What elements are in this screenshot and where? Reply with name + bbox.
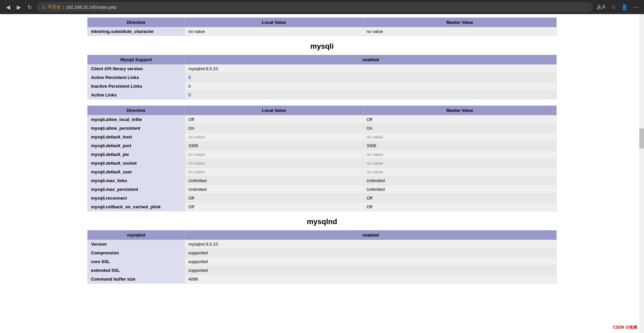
lang-button[interactable]: あA xyxy=(595,2,607,12)
local-value-col-header: Local Value xyxy=(185,18,363,27)
page-content: Directive Local Value Master Value mbstr… xyxy=(0,14,644,333)
table-row: Active Persistent Links0 xyxy=(88,73,557,82)
csdn-watermark: CSDN @拓斌 xyxy=(613,325,637,330)
row-value: supported xyxy=(185,257,557,266)
row-label: Inactive Persistent Links xyxy=(88,82,185,91)
master-value-cell: no value xyxy=(363,27,556,36)
directive-cell: mysqli.default_user xyxy=(88,168,185,176)
profile-button[interactable]: 👤 xyxy=(620,3,629,12)
row-label: Compression xyxy=(88,249,185,257)
directive-cell: mysqli.default_pw xyxy=(88,150,185,159)
row-value: mysqlnd 8.0.10 xyxy=(185,65,557,73)
local-value-cell: Off xyxy=(185,115,363,124)
master-value-cell: Off xyxy=(363,115,556,124)
master-value-cell: Unlimited xyxy=(363,185,556,194)
mysqlnd-col1: mysqlnd xyxy=(88,231,185,240)
row-label: Client API library version xyxy=(88,65,185,73)
address-bar[interactable]: ⚠ 不安全 | 192.168.25.145/index.php xyxy=(37,2,593,12)
local-value-cell: On xyxy=(185,124,363,133)
address-separator: | xyxy=(63,5,64,10)
master-value-cell: no value xyxy=(363,133,556,141)
mysqli-support-table: Mysqli Support enabled Client API librar… xyxy=(87,55,557,99)
table-row: mbstring.substitute_character no value n… xyxy=(88,27,557,36)
table-row: Compressionsupported xyxy=(88,249,557,257)
row-value: 0 xyxy=(185,82,557,91)
master-value-cell: no value xyxy=(363,168,556,176)
table-row: mysqli.max_persistentUnlimitedUnlimited xyxy=(88,185,557,194)
master-value-cell: 3306 xyxy=(363,141,556,150)
local-value-cell: no value xyxy=(185,168,363,176)
table-row: Client API library versionmysqlnd 8.0.10 xyxy=(88,65,557,73)
master-value-cell: no value xyxy=(363,159,556,168)
directive-cell: mbstring.substitute_character xyxy=(88,27,185,36)
reload-button[interactable]: ↻ xyxy=(26,3,34,12)
row-label: Active Persistent Links xyxy=(88,73,185,82)
master-value-cell: Off xyxy=(363,194,556,203)
mysqlnd-col2: enabled xyxy=(185,231,557,240)
directive-cell: mysqli.reconnect xyxy=(88,194,185,203)
directive-cell: mysqli.max_persistent xyxy=(88,185,185,194)
table-row: mysqli.reconnectOffOff xyxy=(88,194,557,203)
local-value-cell: Unlimited xyxy=(185,176,363,185)
directive-cell: mysqli.rollback_on_cached_plink xyxy=(88,203,185,211)
table-row: mysqli.allow_local_infileOffOff xyxy=(88,115,557,124)
table-row: Command buffer size4096 xyxy=(88,275,557,284)
table-row: core SSLsupported xyxy=(88,257,557,266)
directive-cell: mysqli.default_host xyxy=(88,133,185,141)
master-value-col-header: Master Value xyxy=(363,18,556,27)
local-value-cell: Off xyxy=(185,203,363,211)
row-value: mysqlnd 8.0.10 xyxy=(185,240,557,249)
local-value-cell: Unlimited xyxy=(185,185,363,194)
table-row: mysqli.default_userno valueno value xyxy=(88,168,557,176)
local-value-cell: Off xyxy=(185,194,363,203)
menu-button[interactable]: ⋯ xyxy=(632,3,640,12)
security-warning-icon: ⚠ xyxy=(41,4,46,10)
local-value-cell: no value xyxy=(185,27,363,36)
mysqlnd-support-table: mysqlnd enabled Versionmysqlnd 8.0.10Com… xyxy=(87,230,557,284)
forward-button[interactable]: ▶ xyxy=(15,3,23,12)
local-val-col: Local Value xyxy=(185,106,363,115)
table-row: Versionmysqlnd 8.0.10 xyxy=(88,240,557,249)
table-row: Active Links0 xyxy=(88,91,557,99)
table-row: mysqli.default_pwno valueno value xyxy=(88,150,557,159)
directive-cell: mysqli.max_links xyxy=(88,176,185,185)
master-value-cell: Unlimited xyxy=(363,176,556,185)
mysqli-heading: mysqli xyxy=(87,42,557,51)
local-value-cell: no value xyxy=(185,133,363,141)
favorites-button[interactable]: ☆ xyxy=(610,3,617,12)
local-value-cell: no value xyxy=(185,150,363,159)
browser-chrome: ◀ ▶ ↻ ⚠ 不安全 | 192.168.25.145/index.php あ… xyxy=(0,0,644,14)
directive-cell: mysqli.allow_local_infile xyxy=(88,115,185,124)
directive-cell: mysqli.default_socket xyxy=(88,159,185,168)
table-row: extended SSLsupported xyxy=(88,266,557,275)
local-value-cell: no value xyxy=(185,159,363,168)
master-value-cell: On xyxy=(363,124,556,133)
local-value-cell: 3306 xyxy=(185,141,363,150)
directive-col-header: Directive xyxy=(88,18,185,27)
mysqli-support-col1: Mysqli Support xyxy=(88,55,185,65)
url-text: 192.168.25.145/index.php xyxy=(66,5,116,10)
table-row: mysqli.allow_persistentOnOn xyxy=(88,124,557,133)
row-label: Version xyxy=(88,240,185,249)
master-value-cell: Off xyxy=(363,203,556,211)
table-row: mysqli.rollback_on_cached_plinkOffOff xyxy=(88,203,557,211)
directive-cell: mysqli.allow_persistent xyxy=(88,124,185,133)
directive-cell: mysqli.default_port xyxy=(88,141,185,150)
insecure-label: 不安全 xyxy=(48,4,61,10)
scrollbar-track[interactable] xyxy=(639,14,644,333)
row-value: 0 xyxy=(185,73,557,82)
directive-col: Directive xyxy=(88,106,185,115)
table-row: mysqli.default_hostno valueno value xyxy=(88,133,557,141)
table-row: mysqli.max_linksUnlimitedUnlimited xyxy=(88,176,557,185)
back-button[interactable]: ◀ xyxy=(4,3,12,12)
row-label: Command buffer size xyxy=(88,275,185,284)
mysqlnd-heading: mysqlnd xyxy=(87,217,557,226)
scrollbar-thumb[interactable] xyxy=(639,128,644,149)
table-row: mysqli.default_port33063306 xyxy=(88,141,557,150)
row-label: core SSL xyxy=(88,257,185,266)
row-value: supported xyxy=(185,249,557,257)
row-value: supported xyxy=(185,266,557,275)
mbstring-directives-table: Directive Local Value Master Value mbstr… xyxy=(87,17,557,36)
master-val-col: Master Value xyxy=(363,106,556,115)
row-value: 4096 xyxy=(185,275,557,284)
